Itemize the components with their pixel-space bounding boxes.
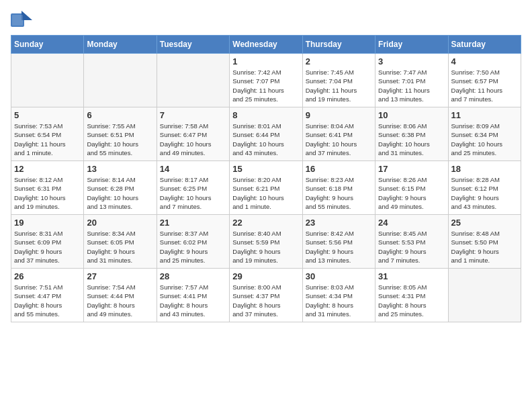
day-number: 23 — [306, 218, 372, 228]
day-number: 12 — [14, 164, 81, 174]
calendar-cell: 18Sunrise: 8:28 AM Sunset: 6:12 PM Dayli… — [448, 161, 521, 215]
day-info: Sunrise: 8:23 AM Sunset: 6:18 PM Dayligh… — [306, 175, 372, 211]
day-info: Sunrise: 8:01 AM Sunset: 6:44 PM Dayligh… — [232, 122, 299, 157]
day-of-week-header: Friday — [375, 36, 448, 54]
day-number: 4 — [451, 56, 518, 66]
day-info: Sunrise: 8:31 AM Sunset: 6:09 PM Dayligh… — [14, 229, 81, 265]
calendar-week-row: 5Sunrise: 7:53 AM Sunset: 6:54 PM Daylig… — [11, 107, 521, 161]
day-number: 6 — [87, 110, 153, 120]
calendar-cell — [157, 54, 229, 107]
day-info: Sunrise: 7:47 AM Sunset: 7:01 PM Dayligh… — [378, 68, 445, 103]
calendar-cell: 10Sunrise: 8:06 AM Sunset: 6:38 PM Dayli… — [375, 107, 448, 161]
page-header — [11, 11, 521, 30]
calendar-cell: 11Sunrise: 8:09 AM Sunset: 6:34 PM Dayli… — [448, 107, 521, 161]
day-number: 29 — [232, 271, 299, 281]
calendar-cell: 31Sunrise: 8:05 AM Sunset: 4:31 PM Dayli… — [375, 269, 448, 322]
calendar-week-row: 19Sunrise: 8:31 AM Sunset: 6:09 PM Dayli… — [11, 215, 521, 269]
day-of-week-header: Tuesday — [157, 36, 229, 54]
calendar-cell: 27Sunrise: 7:54 AM Sunset: 4:44 PM Dayli… — [84, 269, 157, 322]
day-number: 27 — [87, 271, 153, 281]
calendar-cell: 26Sunrise: 7:51 AM Sunset: 4:47 PM Dayli… — [11, 269, 84, 322]
day-number: 22 — [232, 218, 299, 228]
day-number: 2 — [306, 56, 372, 66]
logo-icon — [11, 11, 32, 30]
day-info: Sunrise: 8:40 AM Sunset: 5:59 PM Dayligh… — [232, 229, 299, 265]
day-number: 17 — [378, 164, 445, 174]
calendar-cell: 19Sunrise: 8:31 AM Sunset: 6:09 PM Dayli… — [11, 215, 84, 269]
calendar-cell: 14Sunrise: 8:17 AM Sunset: 6:25 PM Dayli… — [157, 161, 229, 215]
day-info: Sunrise: 7:45 AM Sunset: 7:04 PM Dayligh… — [306, 68, 372, 103]
day-info: Sunrise: 8:45 AM Sunset: 5:53 PM Dayligh… — [378, 229, 445, 265]
calendar-cell: 16Sunrise: 8:23 AM Sunset: 6:18 PM Dayli… — [302, 161, 375, 215]
calendar-header-row: SundayMondayTuesdayWednesdayThursdayFrid… — [11, 36, 521, 54]
calendar-cell: 29Sunrise: 8:00 AM Sunset: 4:37 PM Dayli… — [230, 269, 302, 322]
svg-rect-2 — [12, 15, 23, 26]
svg-marker-1 — [21, 11, 32, 20]
calendar-cell: 7Sunrise: 7:58 AM Sunset: 6:47 PM Daylig… — [157, 107, 229, 161]
day-info: Sunrise: 8:09 AM Sunset: 6:34 PM Dayligh… — [451, 122, 518, 157]
calendar-cell: 5Sunrise: 7:53 AM Sunset: 6:54 PM Daylig… — [11, 107, 84, 161]
day-number: 21 — [160, 218, 226, 228]
day-number: 5 — [14, 110, 81, 120]
calendar-cell: 12Sunrise: 8:12 AM Sunset: 6:31 PM Dayli… — [11, 161, 84, 215]
day-number: 8 — [232, 110, 299, 120]
day-number: 15 — [232, 164, 299, 174]
day-info: Sunrise: 7:57 AM Sunset: 4:41 PM Dayligh… — [160, 283, 226, 318]
day-info: Sunrise: 8:42 AM Sunset: 5:56 PM Dayligh… — [306, 229, 372, 265]
day-info: Sunrise: 8:14 AM Sunset: 6:28 PM Dayligh… — [87, 175, 153, 211]
day-info: Sunrise: 8:04 AM Sunset: 6:41 PM Dayligh… — [306, 122, 372, 157]
day-of-week-header: Monday — [84, 36, 157, 54]
day-of-week-header: Thursday — [302, 36, 375, 54]
day-info: Sunrise: 8:03 AM Sunset: 4:34 PM Dayligh… — [306, 283, 372, 318]
day-info: Sunrise: 8:06 AM Sunset: 6:38 PM Dayligh… — [378, 122, 445, 157]
calendar-cell: 22Sunrise: 8:40 AM Sunset: 5:59 PM Dayli… — [230, 215, 302, 269]
calendar-cell: 15Sunrise: 8:20 AM Sunset: 6:21 PM Dayli… — [230, 161, 302, 215]
day-number: 14 — [160, 164, 226, 174]
calendar-cell: 17Sunrise: 8:26 AM Sunset: 6:15 PM Dayli… — [375, 161, 448, 215]
calendar-cell: 8Sunrise: 8:01 AM Sunset: 6:44 PM Daylig… — [230, 107, 302, 161]
calendar-cell — [84, 54, 157, 107]
calendar-cell — [448, 269, 521, 322]
calendar-cell: 25Sunrise: 8:48 AM Sunset: 5:50 PM Dayli… — [448, 215, 521, 269]
day-number: 7 — [160, 110, 226, 120]
day-of-week-header: Saturday — [448, 36, 521, 54]
calendar-cell: 30Sunrise: 8:03 AM Sunset: 4:34 PM Dayli… — [302, 269, 375, 322]
calendar-cell: 28Sunrise: 7:57 AM Sunset: 4:41 PM Dayli… — [157, 269, 229, 322]
day-number: 30 — [306, 271, 372, 281]
day-number: 31 — [378, 271, 445, 281]
day-info: Sunrise: 7:42 AM Sunset: 7:07 PM Dayligh… — [232, 68, 299, 103]
day-info: Sunrise: 8:48 AM Sunset: 5:50 PM Dayligh… — [451, 229, 518, 265]
calendar-cell: 20Sunrise: 8:34 AM Sunset: 6:05 PM Dayli… — [84, 215, 157, 269]
day-info: Sunrise: 7:51 AM Sunset: 4:47 PM Dayligh… — [14, 283, 81, 318]
day-of-week-header: Sunday — [11, 36, 84, 54]
day-info: Sunrise: 7:58 AM Sunset: 6:47 PM Dayligh… — [160, 122, 226, 157]
calendar-week-row: 1Sunrise: 7:42 AM Sunset: 7:07 PM Daylig… — [11, 54, 521, 107]
day-info: Sunrise: 8:05 AM Sunset: 4:31 PM Dayligh… — [378, 283, 445, 318]
day-number: 19 — [14, 218, 81, 228]
day-number: 24 — [378, 218, 445, 228]
day-info: Sunrise: 8:37 AM Sunset: 6:02 PM Dayligh… — [160, 229, 226, 265]
calendar-cell: 23Sunrise: 8:42 AM Sunset: 5:56 PM Dayli… — [302, 215, 375, 269]
day-info: Sunrise: 8:20 AM Sunset: 6:21 PM Dayligh… — [232, 175, 299, 211]
calendar-cell: 24Sunrise: 8:45 AM Sunset: 5:53 PM Dayli… — [375, 215, 448, 269]
day-number: 9 — [306, 110, 372, 120]
day-info: Sunrise: 8:17 AM Sunset: 6:25 PM Dayligh… — [160, 175, 226, 211]
day-info: Sunrise: 8:12 AM Sunset: 6:31 PM Dayligh… — [14, 175, 81, 211]
day-number: 16 — [306, 164, 372, 174]
day-number: 20 — [87, 218, 153, 228]
day-info: Sunrise: 8:26 AM Sunset: 6:15 PM Dayligh… — [378, 175, 445, 211]
day-info: Sunrise: 7:53 AM Sunset: 6:54 PM Dayligh… — [14, 122, 81, 157]
day-of-week-header: Wednesday — [230, 36, 302, 54]
calendar-week-row: 26Sunrise: 7:51 AM Sunset: 4:47 PM Dayli… — [11, 269, 521, 322]
day-number: 10 — [378, 110, 445, 120]
day-number: 25 — [451, 218, 518, 228]
day-number: 18 — [451, 164, 518, 174]
calendar-cell: 21Sunrise: 8:37 AM Sunset: 6:02 PM Dayli… — [157, 215, 229, 269]
day-info: Sunrise: 8:00 AM Sunset: 4:37 PM Dayligh… — [232, 283, 299, 318]
day-number: 26 — [14, 271, 81, 281]
day-info: Sunrise: 7:55 AM Sunset: 6:51 PM Dayligh… — [87, 122, 153, 157]
day-number: 13 — [87, 164, 153, 174]
day-info: Sunrise: 7:54 AM Sunset: 4:44 PM Dayligh… — [87, 283, 153, 318]
logo — [11, 11, 35, 30]
calendar-cell: 13Sunrise: 8:14 AM Sunset: 6:28 PM Dayli… — [84, 161, 157, 215]
